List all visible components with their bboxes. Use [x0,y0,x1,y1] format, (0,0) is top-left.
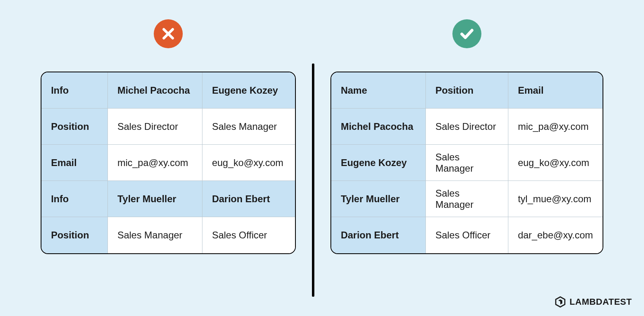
good-table: Name Position Email Michel Pacocha Sales… [330,72,604,254]
name-cell: Eugene Kozey [331,145,426,181]
row-label: Position [41,217,108,253]
table-header-row: Name Position Email [331,72,603,109]
row-cell: Sales Officer [202,217,295,253]
row-cell: Sales Manager [108,217,202,253]
comparison-container: Info Michel Pacocha Eugene Kozey Positio… [0,0,644,316]
col-header-email: Email [508,72,603,109]
brand-logo: LAMBDATEST [554,296,632,308]
row-cell: Sales Manager [202,109,295,145]
name-cell: Darion Ebert [331,217,426,253]
table-row: Position Sales Manager Sales Officer [41,217,295,253]
position-cell: Sales Director [426,109,508,145]
table-row: Eugene Kozey Sales Manager eug_ko@xy.com [331,145,603,181]
row-cell: Sales Director [108,109,202,145]
row-label: Position [41,109,108,145]
row-cell: Michel Pacocha [108,72,202,109]
row-cell: Darion Ebert [202,181,295,217]
bad-table: Info Michel Pacocha Eugene Kozey Positio… [41,72,296,254]
row-cell: eug_ko@xy.com [202,145,295,181]
name-cell: Tyler Mueller [331,181,426,217]
position-cell: Sales Manager [426,145,508,181]
email-cell: tyl_mue@xy.com [508,181,603,217]
table-row: Position Sales Director Sales Manager [41,109,295,145]
name-cell: Michel Pacocha [331,109,426,145]
good-example-panel: Name Position Email Michel Pacocha Sales… [314,19,620,254]
row-cell: mic_pa@xy.com [108,145,202,181]
email-cell: dar_ebe@xy.com [508,217,603,253]
table-row: Info Tyler Mueller Darion Ebert [41,181,295,217]
table-row: Info Michel Pacocha Eugene Kozey [41,72,295,109]
row-label: Email [41,145,108,181]
row-cell: Tyler Mueller [108,181,202,217]
col-header-position: Position [426,72,508,109]
col-header-name: Name [331,72,426,109]
row-label: Info [41,72,108,109]
table-row: Email mic_pa@xy.com eug_ko@xy.com [41,145,295,181]
position-cell: Sales Manager [426,181,508,217]
table-row: Darion Ebert Sales Officer dar_ebe@xy.co… [331,217,603,253]
table-row: Michel Pacocha Sales Director mic_pa@xy.… [331,109,603,145]
lambdatest-icon [554,296,566,308]
bad-example-panel: Info Michel Pacocha Eugene Kozey Positio… [25,19,312,254]
brand-text: LAMBDATEST [570,297,632,307]
table-row: Tyler Mueller Sales Manager tyl_mue@xy.c… [331,181,603,217]
email-cell: eug_ko@xy.com [508,145,603,181]
cross-icon [154,19,183,48]
email-cell: mic_pa@xy.com [508,109,603,145]
row-label: Info [41,181,108,217]
row-cell: Eugene Kozey [202,72,295,109]
position-cell: Sales Officer [426,217,508,253]
check-icon [452,19,481,48]
